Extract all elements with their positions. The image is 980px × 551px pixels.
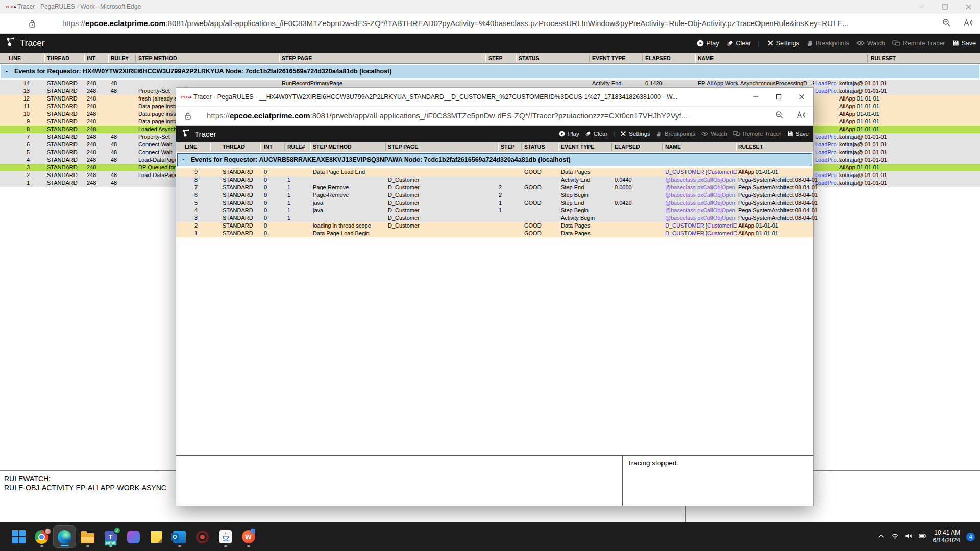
name-link[interactable]: LoadPro...	[815, 171, 841, 179]
cell-int: 0	[264, 214, 267, 222]
close-icon[interactable]	[790, 88, 813, 106]
taskbar-start-button[interactable]	[7, 525, 30, 548]
volume-icon[interactable]	[905, 532, 913, 541]
breakpoints-button[interactable]: Breakpoints	[806, 40, 849, 47]
name-link[interactable]: LoadPro...	[815, 156, 841, 164]
collapse-toggle[interactable]: -	[182, 156, 184, 163]
cell-step-page: D_Customer	[388, 191, 420, 199]
cell-rule-number: 48	[111, 156, 117, 164]
close-icon[interactable]	[957, 0, 980, 14]
read-aloud-icon[interactable]	[796, 111, 806, 121]
minimize-icon[interactable]	[910, 0, 933, 14]
taskbar-icon-teams[interactable]: T ✓ NEW	[99, 525, 122, 548]
trace-row[interactable]: 14 STANDARD 248 48 RunRecordPrimaryPage …	[0, 80, 980, 87]
taskbar-clock[interactable]: 10:41 AM 6/14/2024	[933, 529, 960, 544]
cell-line: 10	[0, 110, 30, 118]
remote-tracer-button[interactable]: Remote Tracer	[892, 40, 945, 47]
cell-ruleset: Pega-SystemArchitect 08-04-01	[738, 199, 818, 207]
watch-button[interactable]: Watch	[856, 40, 885, 47]
column-header: STATUS	[524, 144, 545, 150]
trace-row[interactable]: 3 STANDARD 0 1 D_Customer Activity Begin…	[176, 214, 813, 222]
popup-address-bar[interactable]: https://epcoe.eclatprime.com:8081/prweb/…	[176, 107, 813, 126]
play-button[interactable]: Play	[559, 131, 579, 137]
cell-ruleset: AllApp 01-01-01	[738, 222, 778, 230]
cell-rule-number: 48	[111, 148, 117, 156]
column-header: EVENT TYPE	[592, 55, 625, 61]
taskbar-icon-recorder[interactable]	[191, 525, 214, 548]
name-link[interactable]: LoadPro...	[815, 133, 841, 141]
settings-button[interactable]: Settings	[767, 40, 799, 47]
taskbar-icon-chrome[interactable]	[30, 525, 53, 548]
name-link[interactable]: @baseclass pxCallObjOpen	[665, 214, 737, 222]
taskbar-icon-outlook[interactable]: O	[168, 525, 191, 548]
taskbar-icon-sticky-notes[interactable]	[145, 525, 168, 548]
trace-row[interactable]: 6 STANDARD 0 1 Page-Remove D_Customer 2 …	[176, 191, 813, 199]
taskbar-icon-office[interactable]	[122, 525, 145, 548]
main-address-bar[interactable]: https://epcoe.eclatprime.com:8081/prweb/…	[0, 14, 980, 34]
name-link[interactable]: LoadPro...	[815, 179, 841, 187]
trace-row[interactable]: 8 STANDARD 0 1 D_Customer Activity End 0…	[176, 176, 813, 184]
collapse-toggle[interactable]: -	[6, 68, 8, 75]
settings-button[interactable]: Settings	[620, 131, 650, 137]
column-header: INT	[264, 144, 273, 150]
clear-button[interactable]: Clear	[726, 40, 751, 47]
trace-row[interactable]: 2 STANDARD 0 loading in thread scope D_C…	[176, 222, 813, 230]
cell-line: 12	[0, 95, 30, 103]
cell-int: 0	[264, 230, 267, 237]
read-aloud-icon[interactable]	[963, 19, 973, 29]
main-titlebar: PEGA Tracer - PegaRULES - Work - Microso…	[0, 0, 980, 14]
trace-row[interactable]: 7 STANDARD 0 1 Page-Remove D_Customer 2 …	[176, 184, 813, 191]
remote-tracer-button[interactable]: Remote Tracer	[733, 131, 781, 137]
trace-row[interactable]: 1 STANDARD 0 Data Page Load Begin GOOD D…	[176, 230, 813, 237]
taskbar-icon-wps[interactable]: W	[237, 525, 260, 548]
column-header: STEP	[501, 144, 514, 150]
save-button[interactable]: Save	[952, 40, 976, 47]
column-header: EVENT TYPE	[561, 144, 594, 150]
notification-count-badge[interactable]: 4	[966, 533, 975, 541]
name-link[interactable]: @baseclass pxCallObjOpen	[665, 184, 737, 191]
name-link[interactable]: @baseclass pxCallObjOpen	[665, 199, 737, 207]
taskbar-icon-edge[interactable]	[53, 525, 76, 548]
name-link[interactable]: @baseclass pxCallObjOpen	[665, 191, 737, 199]
name-link[interactable]: D_CUSTOMER [CustomerID:"C...	[665, 168, 737, 176]
breakpoints-button[interactable]: Breakpoints	[656, 131, 696, 137]
cell-ruleset: kotiraja@ 01-01-01	[839, 148, 887, 156]
trace-row[interactable]: 9 STANDARD 0 Data Page Load End GOOD Dat…	[176, 168, 813, 176]
cell-ruleset: kotiraja@ 01-01-01	[839, 87, 887, 95]
popup-titlebar[interactable]: PEGA Tracer - PegaRULES - __HX4W0YTW2XIR…	[176, 88, 813, 107]
column-header: NAME	[665, 144, 681, 150]
battery-icon[interactable]	[919, 532, 927, 541]
site-info-lock-icon[interactable]	[29, 19, 36, 30]
maximize-icon[interactable]	[933, 0, 957, 14]
site-info-lock-icon[interactable]	[184, 112, 191, 122]
name-link[interactable]: LoadPro...	[815, 80, 841, 87]
cell-ruleset: Pega-SystemArchitect 08-04-01	[738, 184, 818, 191]
name-link[interactable]: LoadPro...	[815, 148, 841, 156]
trace-row[interactable]: 4 STANDARD 0 1 java D_Customer 1 Step Be…	[176, 207, 813, 214]
play-button[interactable]: Play	[697, 40, 719, 47]
cell-line: 7	[176, 184, 198, 191]
clear-button[interactable]: Clear	[585, 131, 607, 137]
minimize-icon[interactable]	[744, 88, 767, 106]
name-link[interactable]: LoadPro...	[815, 141, 841, 148]
name-link[interactable]: @baseclass pxCallObjOpen	[665, 176, 737, 184]
taskbar-icon-java[interactable]	[214, 525, 237, 548]
zoom-out-icon[interactable]	[942, 18, 951, 29]
zoom-out-icon[interactable]	[775, 111, 784, 121]
watch-button[interactable]: Watch	[701, 131, 727, 137]
tray-chevron-up-icon[interactable]	[877, 532, 885, 541]
trace-row[interactable]: 5 STANDARD 0 1 java D_Customer 1 GOOD St…	[176, 199, 813, 207]
maximize-icon[interactable]	[767, 88, 790, 106]
save-button[interactable]: Save	[787, 131, 809, 137]
name-link[interactable]: D_CUSTOMER [CustomerID:"C...	[665, 230, 737, 237]
cell-thread: STANDARD	[223, 184, 253, 191]
name-link[interactable]: @baseclass pxCallObjOpen	[665, 207, 737, 214]
cell-thread: STANDARD	[223, 230, 253, 237]
name-link[interactable]: D_CUSTOMER [CustomerID:"C...	[665, 222, 737, 230]
main-url-text[interactable]: https://epcoe.eclatprime.com:8081/prweb/…	[62, 19, 920, 28]
wifi-icon[interactable]	[891, 532, 899, 541]
name-link[interactable]: LoadPro...	[815, 87, 841, 95]
column-header: LINE	[9, 55, 21, 61]
taskbar-icon-file-explorer[interactable]	[76, 525, 99, 548]
popup-url-text[interactable]: https://epcoe.eclatprime.com:8081/prweb/…	[207, 111, 758, 120]
